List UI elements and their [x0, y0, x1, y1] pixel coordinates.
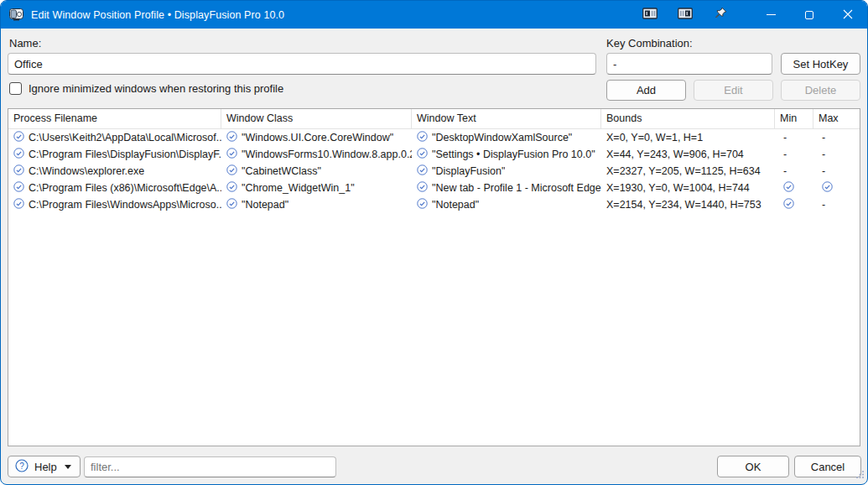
table-row[interactable]: C:\Program Files\WindowsApps\Microso... …: [8, 196, 860, 213]
monitor-move-right-icon: [678, 8, 693, 23]
table-row[interactable]: C:\Program Files (x86)\Microsoft\Edge\A.…: [8, 180, 860, 196]
help-button-label: Help: [34, 461, 57, 473]
enabled-check-icon: [226, 181, 237, 195]
column-header-process-filename[interactable]: Process Filename: [8, 109, 221, 128]
minimize-icon: [767, 14, 776, 15]
min-cell: -: [775, 163, 813, 180]
window-text-cell: "New tab - Profile 1 - Microsoft Edge": [412, 180, 601, 196]
bounds-text: X=2154, Y=234, W=1440, H=753: [606, 199, 761, 211]
column-header-min[interactable]: Min: [775, 109, 813, 128]
column-header-max[interactable]: Max: [813, 109, 860, 128]
max-cell: [813, 180, 860, 196]
filter-input[interactable]: [84, 456, 336, 477]
process-filename-text: C:\Program Files\DisplayFusion\DisplayF.…: [29, 149, 221, 160]
enabled-check-icon: [13, 131, 24, 144]
svg-text:?: ?: [19, 461, 24, 470]
key-combination-input[interactable]: [606, 53, 772, 75]
window-text-text: "New tab - Profile 1 - Microsoft Edge": [432, 182, 601, 194]
min-check-icon: [783, 198, 794, 211]
set-hotkey-button[interactable]: Set HotKey: [781, 53, 860, 75]
max-cell: -: [813, 146, 860, 163]
pin-icon: [715, 7, 727, 23]
bounds-cell: X=0, Y=0, W=1, H=1: [601, 129, 775, 146]
enabled-check-icon: [417, 164, 428, 178]
enabled-check-icon: [13, 181, 24, 195]
bounds-cell: X=2327, Y=205, W=1125, H=634: [601, 163, 775, 180]
window-class-cell: "Windows.UI.Core.CoreWindow": [221, 129, 412, 146]
max-dash-text: -: [822, 165, 825, 177]
bounds-text: X=44, Y=243, W=906, H=704: [606, 149, 744, 160]
window-class-text: "Notepad": [242, 199, 288, 211]
window-class-cell: "Chrome_WidgetWin_1": [221, 180, 412, 196]
bounds-cell: X=2154, Y=234, W=1440, H=753: [601, 196, 775, 213]
move-window-left-monitor-button[interactable]: [632, 1, 668, 29]
add-button[interactable]: Add: [606, 80, 686, 101]
move-window-right-monitor-button[interactable]: [668, 1, 703, 29]
key-combination-label: Key Combination:: [606, 37, 693, 50]
max-cell: -: [813, 129, 860, 146]
table-row[interactable]: C:\Windows\explorer.exe "CabinetWClass": [8, 163, 860, 180]
minimize-button[interactable]: [751, 1, 790, 29]
min-dash-text: -: [783, 149, 787, 160]
cancel-button[interactable]: Cancel: [794, 456, 861, 477]
process-filename-cell: C:\Program Files (x86)\Microsoft\Edge\A.…: [8, 180, 221, 196]
window-class-cell: "WindowsForms10.Window.8.app.0.2...: [221, 146, 412, 163]
enabled-check-icon: [417, 198, 428, 211]
process-filename-cell: C:\Users\Keith2\AppData\Local\Microsof..…: [8, 129, 221, 146]
close-button[interactable]: [829, 1, 867, 29]
close-icon: [843, 8, 853, 23]
window-class-text: "Chrome_WidgetWin_1": [242, 182, 355, 194]
table-row[interactable]: C:\Users\Keith2\AppData\Local\Microsof..…: [8, 129, 860, 146]
enabled-check-icon: [13, 148, 24, 161]
window-position-table[interactable]: Process Filename Window Class Window Tex…: [8, 108, 860, 446]
enabled-check-icon: [417, 148, 428, 161]
window-text-cell: "DesktopWindowXamlSource": [412, 129, 601, 146]
displayfusion-app-icon: [9, 8, 23, 21]
help-icon: ?: [15, 459, 29, 475]
bounds-text: X=1930, Y=0, W=1004, H=744: [606, 182, 750, 194]
bounds-cell: X=44, Y=243, W=906, H=704: [601, 146, 775, 163]
min-cell: [775, 180, 813, 196]
process-filename-cell: C:\Windows\explorer.exe: [8, 163, 221, 180]
max-check-icon: [822, 181, 833, 195]
enabled-check-icon: [13, 164, 24, 178]
max-dash-text: -: [822, 149, 825, 160]
table-row[interactable]: C:\Program Files\DisplayFusion\DisplayF.…: [8, 146, 860, 163]
enabled-check-icon: [417, 181, 428, 195]
column-header-window-class[interactable]: Window Class: [221, 109, 412, 128]
enabled-check-icon: [226, 131, 237, 144]
window-class-text: "WindowsForms10.Window.8.app.0.2...: [242, 149, 412, 160]
edit-window-position-profile-dialog: Edit Window Position Profile • DisplayFu…: [0, 0, 868, 485]
maximize-button[interactable]: [790, 1, 829, 29]
help-button[interactable]: ? Help: [8, 456, 81, 477]
table-header-row[interactable]: Process Filename Window Class Window Tex…: [8, 109, 860, 129]
pin-window-button[interactable]: [703, 1, 738, 29]
resize-grip[interactable]: [856, 467, 865, 482]
name-input[interactable]: [8, 53, 596, 75]
max-cell: -: [813, 163, 860, 180]
window-text-text: "DisplayFusion": [432, 165, 505, 177]
ok-button[interactable]: OK: [717, 456, 789, 477]
process-filename-text: C:\Windows\explorer.exe: [29, 165, 144, 177]
window-text-cell: "DisplayFusion": [412, 163, 601, 180]
titlebar[interactable]: Edit Window Position Profile • DisplayFu…: [1, 1, 867, 29]
window-class-text: "Windows.UI.Core.CoreWindow": [242, 132, 393, 143]
edit-button[interactable]: Edit: [694, 80, 773, 101]
ignore-minimized-checkbox[interactable]: [9, 82, 22, 95]
window-title: Edit Window Position Profile • DisplayFu…: [31, 9, 284, 21]
bounds-text: X=0, Y=0, W=1, H=1: [606, 132, 703, 143]
enabled-check-icon: [226, 198, 237, 211]
max-cell: -: [813, 196, 860, 213]
column-header-bounds[interactable]: Bounds: [601, 109, 775, 128]
window-text-cell: "Settings • DisplayFusion Pro 10.0": [412, 146, 601, 163]
profile-table-body: C:\Users\Keith2\AppData\Local\Microsof..…: [8, 129, 860, 213]
delete-button[interactable]: Delete: [781, 80, 860, 101]
window-text-text: "Settings • DisplayFusion Pro 10.0": [432, 149, 595, 160]
enabled-check-icon: [226, 164, 237, 178]
column-header-window-text[interactable]: Window Text: [412, 109, 601, 128]
name-label: Name:: [9, 37, 41, 50]
window-text-cell: "Notepad": [412, 196, 601, 213]
window-class-cell: "Notepad": [221, 196, 412, 213]
enabled-check-icon: [417, 131, 428, 144]
min-cell: [775, 196, 813, 213]
